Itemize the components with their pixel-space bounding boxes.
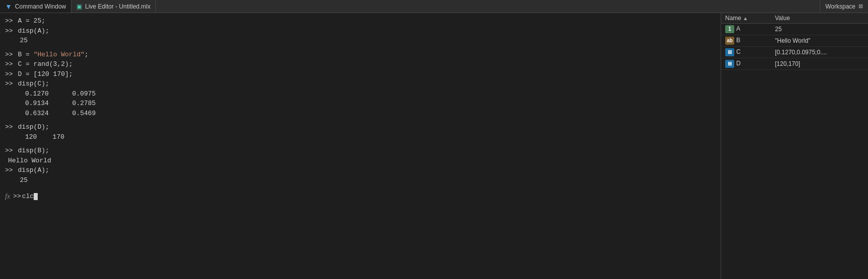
prompt-4: >> bbox=[5, 59, 17, 69]
var-name: C bbox=[736, 48, 741, 55]
matrix-row-1: 0.1270 0.0975 bbox=[5, 89, 716, 99]
cmd-line-7: >> disp(D); bbox=[5, 122, 716, 132]
workspace-table: Name ▲ Value 1A25abB"Hello World"⊞C[0.12… bbox=[721, 13, 868, 70]
var-value-cell: [0.1270,0.0975;0.... bbox=[771, 47, 868, 58]
var-icon: ab bbox=[725, 37, 734, 45]
workspace-col-value: Value bbox=[771, 13, 868, 24]
matrix-row-2: 0.9134 0.2785 bbox=[5, 99, 716, 109]
prompt-6: >> bbox=[5, 79, 17, 89]
cmd-text-1: A = 25; bbox=[18, 16, 45, 26]
prompt-7: >> bbox=[5, 122, 17, 132]
hello-world-output: Hello World bbox=[5, 156, 716, 166]
var-name-cell: ⊞C bbox=[721, 47, 771, 58]
cmd-text-8: disp(B); bbox=[18, 146, 49, 156]
workspace-col-name[interactable]: Name ▲ bbox=[721, 13, 771, 24]
cmd-line-5: >> D = [120 170]; bbox=[5, 69, 716, 79]
var-name: B bbox=[736, 37, 740, 44]
input-text: clc bbox=[22, 192, 34, 202]
workspace-row[interactable]: ⊞D[120,170] bbox=[721, 58, 868, 70]
var-name-cell: abB bbox=[721, 35, 771, 47]
command-window-tab[interactable]: ▼ Command Window bbox=[0, 0, 71, 13]
prompt-1: >> bbox=[5, 16, 17, 26]
prompt-3: >> bbox=[5, 50, 17, 60]
fx-icon: fx bbox=[5, 191, 10, 202]
var-name-cell: 1A bbox=[721, 24, 771, 35]
a-output-2: 25 bbox=[5, 175, 716, 185]
var-icon: ⊞ bbox=[725, 48, 734, 56]
main-area: >> A = 25; >> disp(A); 25 >> B = "Hello … bbox=[0, 13, 868, 279]
cmd-line-4: >> C = rand(3,2); bbox=[5, 59, 716, 69]
command-window-icon: ▼ bbox=[5, 3, 12, 11]
workspace-panel: Name ▲ Value 1A25abB"Hello World"⊞C[0.12… bbox=[721, 13, 868, 279]
blank-4 bbox=[5, 185, 716, 189]
workspace-tab[interactable]: Workspace ⊠ bbox=[820, 0, 868, 13]
var-name-cell: ⊞D bbox=[721, 58, 771, 70]
d-output: 120 170 bbox=[5, 132, 716, 142]
command-window[interactable]: >> A = 25; >> disp(A); 25 >> B = "Hello … bbox=[0, 13, 721, 279]
prompt-5: >> bbox=[5, 69, 17, 79]
workspace-row[interactable]: ⊞C[0.1270,0.0975;0.... bbox=[721, 47, 868, 58]
matrix-row-3: 0.6324 0.5469 bbox=[5, 109, 716, 119]
var-name: A bbox=[736, 25, 740, 32]
workspace-row[interactable]: abB"Hello World" bbox=[721, 35, 868, 47]
collapse-icon: ⊠ bbox=[858, 3, 863, 10]
prompt-2: >> bbox=[5, 26, 17, 36]
prompt-9: >> bbox=[5, 165, 17, 175]
cmd-text-2: disp(A); bbox=[18, 26, 49, 36]
blank-1 bbox=[5, 46, 716, 50]
cmd-line-9: >> disp(A); bbox=[5, 165, 716, 175]
var-value-cell: "Hello World" bbox=[771, 35, 868, 47]
blank-2 bbox=[5, 118, 716, 122]
command-window-tab-label: Command Window bbox=[15, 3, 66, 10]
cmd-line-1: >> A = 25; bbox=[5, 16, 716, 26]
cmd-text-4: C = rand(3,2); bbox=[18, 59, 72, 69]
workspace-row[interactable]: 1A25 bbox=[721, 24, 868, 35]
cmd-text-9: disp(A); bbox=[18, 165, 49, 175]
live-editor-tab-label: Live Editor - Untitled.mlx bbox=[85, 3, 150, 10]
sort-arrow: ▲ bbox=[743, 16, 748, 21]
cmd-string-1: "Hello World" bbox=[34, 50, 84, 60]
var-value-cell: 25 bbox=[771, 24, 868, 35]
cursor bbox=[34, 193, 38, 200]
workspace-tab-label: Workspace bbox=[825, 3, 855, 10]
var-icon: ⊞ bbox=[725, 60, 734, 68]
cmd-line-2: >> disp(A); bbox=[5, 26, 716, 36]
live-editor-icon: ▣ bbox=[76, 3, 82, 10]
var-value-cell: [120,170] bbox=[771, 58, 868, 70]
top-bar: ▼ Command Window ▣ Live Editor - Untitle… bbox=[0, 0, 868, 13]
var-name: D bbox=[736, 60, 741, 67]
live-editor-tab[interactable]: ▣ Live Editor - Untitled.mlx bbox=[71, 0, 156, 13]
cmd-text-5: D = [120 170]; bbox=[18, 69, 72, 79]
var-icon: 1 bbox=[725, 25, 734, 33]
prompt-8: >> bbox=[5, 146, 17, 156]
blank-3 bbox=[5, 142, 716, 146]
cmd-text-7: disp(D); bbox=[18, 122, 49, 132]
cmd-text-3b: ; bbox=[84, 50, 89, 60]
cmd-line-8: >> disp(B); bbox=[5, 146, 716, 156]
cmd-line-3: >> B = "Hello World"; bbox=[5, 50, 716, 60]
input-prompt: >> bbox=[13, 192, 21, 202]
cmd-text-6: disp(C); bbox=[18, 79, 49, 89]
cmd-output-1: 25 bbox=[5, 36, 716, 46]
cmd-text-3a: B = bbox=[18, 50, 33, 60]
cmd-line-6: >> disp(C); bbox=[5, 79, 716, 89]
cmd-input-line[interactable]: fx >> clc bbox=[5, 191, 716, 202]
